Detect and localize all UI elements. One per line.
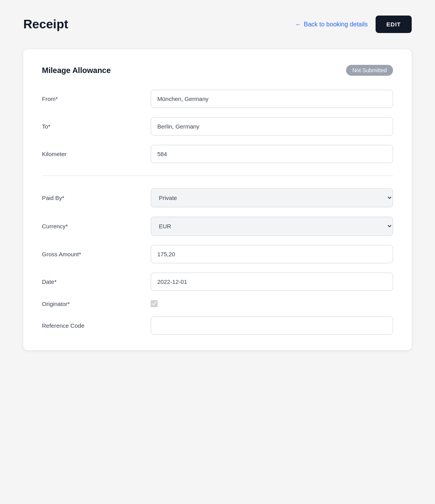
receipt-card: Mileage Allowance Not Submitted From* To…: [23, 49, 412, 350]
status-badge: Not Submitted: [346, 65, 393, 76]
kilometer-input[interactable]: [151, 145, 393, 163]
date-label: Date*: [42, 278, 151, 285]
kilometer-label: Kilometer: [42, 151, 151, 157]
currency-row: Currency* EUR USD GBP: [42, 217, 393, 236]
header-actions: ← Back to booking details EDIT: [295, 16, 412, 33]
originator-checkbox[interactable]: [151, 300, 158, 307]
back-link-text: Back to booking details: [304, 21, 368, 28]
page-header: Receipt ← Back to booking details EDIT: [23, 12, 412, 37]
originator-label: Originator*: [42, 301, 151, 307]
gross-amount-label: Gross Amount*: [42, 251, 151, 257]
reference-code-label: Reference Code: [42, 322, 151, 329]
mileage-section: From* To* Kilometer: [42, 90, 393, 176]
edit-button[interactable]: EDIT: [376, 16, 412, 33]
currency-select[interactable]: EUR USD GBP: [151, 217, 393, 236]
gross-amount-row: Gross Amount*: [42, 245, 393, 263]
payment-section: Paid By* Private Company Currency* EUR U…: [42, 188, 393, 335]
paid-by-row: Paid By* Private Company: [42, 188, 393, 207]
originator-row: Originator*: [42, 300, 393, 307]
gross-amount-input[interactable]: [151, 245, 393, 263]
reference-code-row: Reference Code: [42, 316, 393, 335]
paid-by-label: Paid By*: [42, 195, 151, 201]
to-row: To*: [42, 117, 393, 136]
kilometer-row: Kilometer: [42, 145, 393, 163]
from-row: From*: [42, 90, 393, 108]
card-title: Mileage Allowance: [42, 66, 111, 75]
to-label: To*: [42, 123, 151, 130]
currency-label: Currency*: [42, 223, 151, 229]
back-arrow-icon: ←: [295, 21, 301, 28]
back-link[interactable]: ← Back to booking details: [295, 21, 368, 28]
paid-by-select[interactable]: Private Company: [151, 188, 393, 207]
from-input[interactable]: [151, 90, 393, 108]
date-row: Date*: [42, 273, 393, 291]
page-title: Receipt: [23, 17, 68, 31]
reference-code-input[interactable]: [151, 316, 393, 335]
to-input[interactable]: [151, 117, 393, 136]
card-header: Mileage Allowance Not Submitted: [42, 65, 393, 76]
from-label: From*: [42, 96, 151, 102]
date-input[interactable]: [151, 273, 393, 291]
